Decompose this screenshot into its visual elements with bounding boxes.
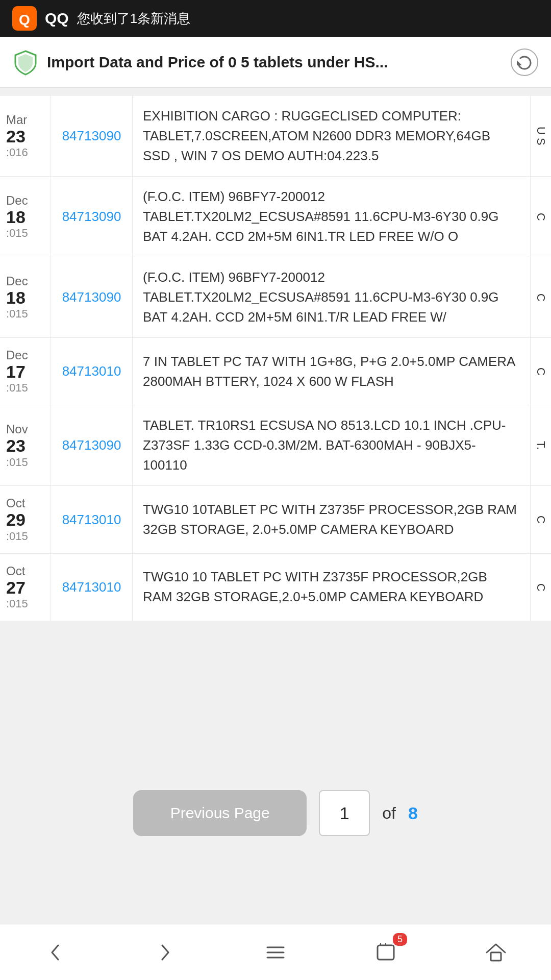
- svg-rect-7: [378, 945, 394, 960]
- date-cell: Nov 23 :015: [0, 405, 51, 485]
- table-row[interactable]: Mar 23 :016 84713090 EXHIBITION CARGO : …: [0, 96, 551, 177]
- hs-code-cell[interactable]: 84713010: [51, 486, 133, 553]
- date-month: Mar: [6, 113, 27, 127]
- description-cell: (F.O.C. ITEM) 96BFY7-200012 TABLET.TX20L…: [133, 177, 531, 257]
- description-cell: TABLET. TR10RS1 ECSUSA NO 8513.LCD 10.1 …: [133, 405, 531, 485]
- extra-text: C: [534, 368, 547, 376]
- svg-point-2: [511, 49, 538, 76]
- hs-code-cell[interactable]: 84713010: [51, 554, 133, 621]
- hs-code: 84713010: [62, 363, 121, 379]
- hs-code-cell[interactable]: 84713010: [51, 338, 133, 405]
- svg-rect-10: [491, 952, 501, 961]
- table-row[interactable]: Dec 18 :015 84713090 (F.O.C. ITEM) 96BFY…: [0, 257, 551, 338]
- date-year: :015: [6, 307, 28, 321]
- table-row[interactable]: Oct 29 :015 84713010 TWG10 10TABLET PC W…: [0, 486, 551, 553]
- description-text: TWG10 10TABLET PC WITH Z3735F PROCESSOR,…: [143, 500, 520, 540]
- page-title: Import Data and Price of 0 5 tablets und…: [47, 54, 498, 71]
- date-cell: Dec 18 :015: [0, 177, 51, 257]
- date-day: 27: [6, 578, 26, 597]
- extra-cell: T.: [531, 405, 551, 485]
- hs-code-cell[interactable]: 84713090: [51, 405, 133, 485]
- previous-page-button[interactable]: Previous Page: [133, 790, 307, 836]
- date-year: :015: [6, 381, 28, 395]
- date-year: :015: [6, 597, 28, 610]
- date-month: Oct: [6, 564, 25, 578]
- date-day: 17: [6, 362, 26, 381]
- hs-code: 84713090: [62, 209, 121, 225]
- extra-text: T.: [534, 441, 547, 450]
- tabs-badge: 5: [393, 933, 407, 946]
- hs-code-cell[interactable]: 84713090: [51, 96, 133, 176]
- hs-code-cell[interactable]: 84713090: [51, 177, 133, 257]
- refresh-icon[interactable]: [510, 48, 539, 77]
- date-month: Nov: [6, 422, 28, 436]
- shield-icon: [12, 49, 39, 76]
- svg-text:Q: Q: [19, 12, 30, 28]
- hs-code: 84713090: [62, 128, 121, 144]
- extra-text: U S: [534, 127, 547, 145]
- extra-cell: C: [531, 338, 551, 405]
- description-text: EXHIBITION CARGO : RUGGECLISED COMPUTER:…: [143, 106, 520, 166]
- hs-code: 84713010: [62, 512, 121, 528]
- table-row[interactable]: Nov 23 :015 84713090 TABLET. TR10RS1 ECS…: [0, 405, 551, 486]
- hs-code: 84713090: [62, 289, 121, 305]
- data-table: Mar 23 :016 84713090 EXHIBITION CARGO : …: [0, 96, 551, 621]
- extra-cell: C: [531, 486, 551, 553]
- nav-back-button[interactable]: [35, 932, 76, 973]
- date-day: 18: [6, 208, 26, 227]
- hs-code: 84713010: [62, 579, 121, 595]
- status-message: 您收到了1条新消息: [77, 10, 190, 28]
- status-bar: Q QQ 您收到了1条新消息: [0, 0, 551, 37]
- extra-cell: C: [531, 554, 551, 621]
- extra-cell: C: [531, 257, 551, 337]
- description-text: (F.O.C. ITEM) 96BFY7-200012 TABLET.TX20L…: [143, 267, 520, 327]
- qq-label: QQ: [45, 10, 69, 27]
- hs-code-cell[interactable]: 84713090: [51, 257, 133, 337]
- date-day: 23: [6, 436, 26, 455]
- date-cell: Dec 17 :015: [0, 338, 51, 405]
- extra-text: C: [534, 293, 547, 302]
- date-cell: Oct 27 :015: [0, 554, 51, 621]
- date-day: 29: [6, 510, 26, 529]
- page-header: Import Data and Price of 0 5 tablets und…: [0, 37, 551, 88]
- nav-forward-button[interactable]: [145, 932, 186, 973]
- extra-cell: U S: [531, 96, 551, 176]
- date-month: Oct: [6, 496, 25, 510]
- date-day: 23: [6, 127, 26, 146]
- description-text: 7 IN TABLET PC TA7 WITH 1G+8G, P+G 2.0+5…: [143, 352, 520, 391]
- qq-logo-icon: Q: [12, 6, 37, 31]
- description-cell: TWG10 10TABLET PC WITH Z3735F PROCESSOR,…: [133, 486, 531, 553]
- date-cell: Mar 23 :016: [0, 96, 51, 176]
- nav-menu-button[interactable]: [255, 932, 296, 973]
- page-number-input[interactable]: [319, 790, 370, 836]
- table-row[interactable]: Oct 27 :015 84713010 TWG10 10 TABLET PC …: [0, 554, 551, 621]
- date-year: :015: [6, 227, 28, 240]
- date-year: :015: [6, 530, 28, 543]
- page-total-label: 8: [408, 803, 418, 823]
- extra-cell: C: [531, 177, 551, 257]
- description-text: TABLET. TR10RS1 ECSUSA NO 8513.LCD 10.1 …: [143, 415, 520, 475]
- date-month: Dec: [6, 274, 28, 288]
- date-cell: Dec 18 :015: [0, 257, 51, 337]
- description-text: TWG10 10 TABLET PC WITH Z3735F PROCESSOR…: [143, 567, 520, 607]
- description-cell: EXHIBITION CARGO : RUGGECLISED COMPUTER:…: [133, 96, 531, 176]
- table-row[interactable]: Dec 18 :015 84713090 (F.O.C. ITEM) 96BFY…: [0, 177, 551, 257]
- page-of-label: of: [382, 804, 396, 823]
- hs-code: 84713090: [62, 437, 121, 453]
- description-cell: 7 IN TABLET PC TA7 WITH 1G+8G, P+G 2.0+5…: [133, 338, 531, 405]
- date-year: :015: [6, 456, 28, 469]
- description-cell: TWG10 10 TABLET PC WITH Z3735F PROCESSOR…: [133, 554, 531, 621]
- spacer: [0, 621, 551, 774]
- extra-text: C: [534, 583, 547, 592]
- table-row[interactable]: Dec 17 :015 84713010 7 IN TABLET PC TA7 …: [0, 338, 551, 405]
- pagination-bar: Previous Page of 8: [0, 774, 551, 852]
- date-day: 18: [6, 288, 26, 307]
- description-cell: (F.O.C. ITEM) 96BFY7-200012 TABLET.TX20L…: [133, 257, 531, 337]
- description-text: (F.O.C. ITEM) 96BFY7-200012 TABLET.TX20L…: [143, 187, 520, 247]
- nav-tabs-button[interactable]: 5: [365, 932, 406, 973]
- extra-text: C: [534, 213, 547, 221]
- nav-home-button[interactable]: [475, 932, 516, 973]
- date-cell: Oct 29 :015: [0, 486, 51, 553]
- extra-text: C: [534, 516, 547, 524]
- svg-marker-3: [517, 60, 522, 65]
